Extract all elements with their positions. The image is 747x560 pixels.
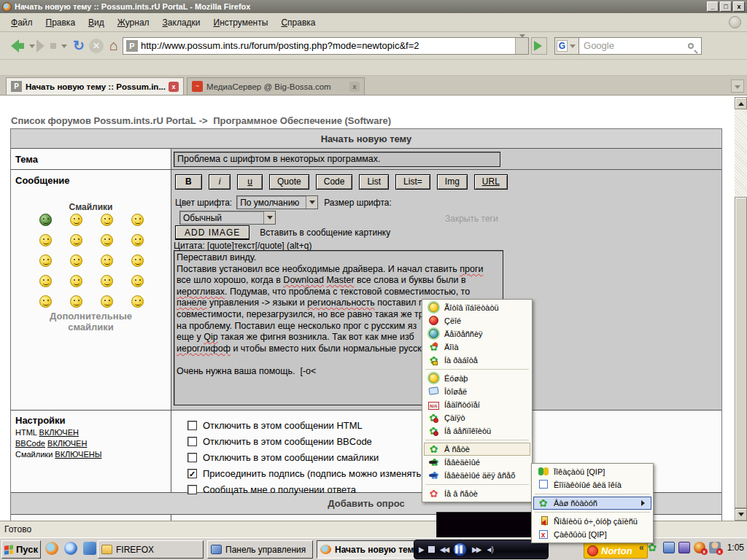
checkbox[interactable]: [187, 421, 197, 430]
url-bar[interactable]: P http://www.possum.ints.ru/forum/postin…: [123, 37, 529, 55]
settings-feature-state[interactable]: ВКЛЮЧЕНЫ: [55, 450, 101, 459]
smiley-jail[interactable]: [101, 254, 113, 267]
breadcrumb-section-link[interactable]: Программное Обеспечение (Software): [213, 115, 391, 126]
menu-item-Правка[interactable]: Правка: [39, 15, 82, 31]
scroll-up-icon[interactable]: [735, 97, 747, 109]
media-player-quicklaunch-icon[interactable]: [64, 542, 77, 555]
close-tags-link[interactable]: Закрыть теги: [445, 214, 498, 224]
checkbox[interactable]: [187, 485, 197, 494]
more-smilies-link[interactable]: Дополнительныесмайлики: [11, 311, 171, 332]
topic-input[interactable]: Проблема с шрифтом в некоторых программа…: [174, 152, 500, 167]
checkbox[interactable]: [187, 453, 197, 462]
search-engine-selector[interactable]: G: [554, 37, 579, 55]
smiley-tongue[interactable]: [131, 214, 144, 226]
smiley-rofl[interactable]: [131, 295, 144, 308]
smiley-pointing[interactable]: [70, 234, 82, 246]
bbcode-button-img[interactable]: Img: [437, 174, 468, 190]
tab-close-icon[interactable]: x: [169, 82, 179, 92]
wmp-previous-icon[interactable]: ◀◀: [440, 545, 448, 553]
smiley-neutral[interactable]: [70, 295, 82, 308]
smiley-thinking[interactable]: [39, 234, 52, 246]
menu-item[interactable]: ✿Â ñåòè: [424, 443, 530, 456]
go-button[interactable]: [531, 37, 547, 55]
wmp-play-icon[interactable]: ▶: [419, 545, 423, 553]
bbcode-button-i[interactable]: i: [209, 174, 231, 190]
menu-item[interactable]: ✿Âàø ñòàòóñ: [533, 497, 651, 510]
bbcode-button-quote[interactable]: Quote: [269, 174, 309, 190]
font-color-select[interactable]: По умолчанию: [236, 195, 318, 209]
checkbox[interactable]: [187, 437, 197, 446]
taskbar-task-control-panel[interactable]: Панель управления: [207, 540, 313, 559]
smiley-praying[interactable]: [70, 214, 82, 226]
scrollbar-thumb[interactable]: [735, 197, 747, 508]
smiley-sick-green[interactable]: [39, 214, 52, 226]
tab-close-icon[interactable]: x: [349, 82, 360, 92]
menu-item[interactable]: ✿Äîìà: [424, 341, 530, 354]
menu-item-Вид[interactable]: Вид: [82, 15, 111, 31]
menu-item[interactable]: ✿Íà ðàáîòå: [424, 354, 530, 367]
smiley-nervous[interactable]: [70, 254, 82, 267]
menu-item[interactable]: ✿Íåâèäèìûé: [424, 456, 530, 469]
smiley-grin[interactable]: [131, 234, 144, 246]
font-size-select[interactable]: Обычный: [179, 211, 276, 225]
menu-item[interactable]: Ñìåíèòü ó÷¸òíóþ çàïèñü: [533, 515, 651, 528]
start-button[interactable]: Пуск: [1, 540, 41, 559]
menu-item[interactable]: Îòîøåë: [424, 385, 530, 398]
menu-item-Справка[interactable]: Справка: [274, 15, 322, 31]
media-player-toolbar[interactable]: ▶ ◀◀ ▌▌ ▶▶ ◄): [414, 540, 549, 559]
menu-item[interactable]: xÇàêðûòü [QIP]: [533, 528, 651, 541]
url-history-dropdown[interactable]: [515, 38, 528, 54]
tab-list-dropdown[interactable]: [731, 79, 744, 93]
bbcode-button-url[interactable]: URL: [474, 174, 508, 190]
home-icon[interactable]: ⌂: [109, 38, 118, 52]
stop-icon[interactable]: ✕: [89, 39, 104, 53]
smiley-phone[interactable]: [101, 295, 113, 308]
wmp-pause-icon[interactable]: ▌▌: [453, 542, 467, 556]
menu-item[interactable]: Êóøàþ: [424, 372, 530, 385]
bbcode-button-code[interactable]: Code: [316, 174, 353, 190]
smiley-whistling[interactable]: [101, 234, 113, 246]
bbcode-button-u[interactable]: u: [237, 174, 263, 190]
settings-feature-name[interactable]: BBCode: [15, 439, 45, 448]
menu-item[interactable]: ✿Íå áåñïîêîèòü: [424, 424, 530, 438]
smiley-laughing[interactable]: [101, 275, 113, 287]
maximize-button[interactable]: □: [720, 1, 732, 12]
menu-item[interactable]: Êîìïàêòíûé âèä îêíà: [533, 478, 651, 491]
smiley-shooting[interactable]: [131, 275, 144, 287]
menu-item-Файл[interactable]: Файл: [4, 15, 39, 31]
connection-tray-icon[interactable]: [678, 542, 690, 553]
bbcode-button-b[interactable]: B: [175, 174, 202, 190]
forward-dropdown-icon[interactable]: [61, 44, 67, 51]
checkbox-checked[interactable]: ✓: [187, 469, 197, 478]
search-icon[interactable]: [688, 43, 694, 49]
back-dropdown-icon[interactable]: [29, 44, 35, 51]
menu-item-Закладки[interactable]: Закладки: [156, 15, 207, 31]
browser-scrollbar[interactable]: [735, 97, 747, 521]
messenger-offline-tray-icon[interactable]: x: [709, 542, 721, 553]
wmp-volume-icon[interactable]: ◄): [485, 545, 492, 553]
menu-item-Инструменты[interactable]: Инструменты: [207, 15, 275, 31]
smiley-wave[interactable]: [70, 275, 82, 287]
menu-item[interactable]: Ïîêàçàòü [QIP]: [533, 465, 651, 478]
smiley-bandage[interactable]: [101, 214, 113, 226]
tab-inactive[interactable]: ~МедиаСервер @ Big-Bossa.comx: [187, 77, 365, 95]
qip-tray-icon[interactable]: ✿: [648, 542, 659, 553]
menu-item[interactable]: ✿Íå â ñåòè: [424, 487, 530, 500]
bbcode-button-list=[interactable]: List=: [395, 174, 430, 190]
menu-item[interactable]: ✿Íåâèäèìûé äëÿ âñåõ: [424, 469, 530, 482]
search-input[interactable]: Google: [579, 37, 702, 55]
menu-item[interactable]: ✿Çàíÿò: [424, 411, 530, 424]
close-button[interactable]: x: [733, 1, 745, 12]
network-tray-icon[interactable]: [663, 542, 675, 553]
minimize-button[interactable]: _: [707, 1, 719, 12]
globe-offline-tray-icon[interactable]: x: [694, 542, 705, 553]
tab-active[interactable]: PНачать новую тему :: Possum.in...x: [6, 77, 184, 95]
taskbar-task-folder[interactable]: FIREFOX: [98, 540, 204, 559]
url-text[interactable]: http://www.possum.ints.ru/forum/posting.…: [141, 40, 515, 51]
bbcode-button-list[interactable]: List: [359, 174, 389, 190]
smiley-smile[interactable]: [39, 275, 52, 287]
firefox-quicklaunch-icon[interactable]: [45, 542, 58, 555]
scroll-down-icon[interactable]: [735, 508, 747, 521]
menu-item[interactable]: Çëîé: [424, 314, 530, 327]
breadcrumb-forum-link[interactable]: Список форумов Possum.ints.rU PortaL: [11, 115, 196, 126]
